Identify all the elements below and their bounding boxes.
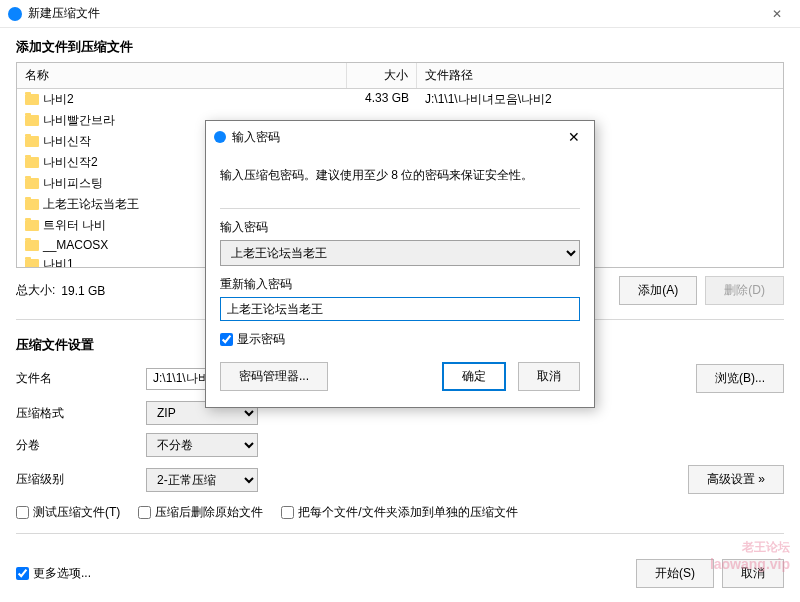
app-icon xyxy=(8,7,22,21)
titlebar: 新建压缩文件 ✕ xyxy=(0,0,800,28)
show-password-checkbox[interactable]: 显示密码 xyxy=(220,331,580,348)
password-manager-button[interactable]: 密码管理器... xyxy=(220,362,328,391)
password-confirm-label: 重新输入密码 xyxy=(220,276,580,293)
dialog-hint: 输入压缩包密码。建议使用至少 8 位的密码来保证安全性。 xyxy=(220,159,580,202)
folder-icon xyxy=(25,199,39,210)
file-name: 나비신작 xyxy=(43,133,91,150)
file-name: 나비빨간브라 xyxy=(43,112,115,129)
dialog-icon xyxy=(214,131,226,143)
file-name: 트위터 나비 xyxy=(43,217,106,234)
folder-icon xyxy=(25,240,39,251)
file-name: 나비1 xyxy=(43,256,74,268)
cancel-button[interactable]: 取消 xyxy=(722,559,784,588)
advanced-button[interactable]: 高级设置 » xyxy=(688,465,784,494)
filename-label: 文件名 xyxy=(16,370,136,387)
divider xyxy=(16,533,784,534)
dialog-cancel-button[interactable]: 取消 xyxy=(518,362,580,391)
file-name: 나비2 xyxy=(43,91,74,108)
total-size-value: 19.1 GB xyxy=(61,284,105,298)
format-label: 压缩格式 xyxy=(16,405,136,422)
password-dialog: 输入密码 ✕ 输入压缩包密码。建议使用至少 8 位的密码来保证安全性。 输入密码… xyxy=(205,120,595,408)
separate-archive-checkbox[interactable]: 把每个文件/文件夹添加到单独的压缩文件 xyxy=(281,504,517,521)
volume-label: 分卷 xyxy=(16,437,136,454)
file-name: 上老王论坛当老王 xyxy=(43,196,139,213)
add-files-heading: 添加文件到压缩文件 xyxy=(0,28,800,62)
folder-icon xyxy=(25,259,39,268)
password-confirm-input[interactable] xyxy=(220,297,580,321)
file-name: __MACOSX xyxy=(43,238,108,252)
file-name: 나비신작2 xyxy=(43,154,98,171)
folder-icon xyxy=(25,94,39,105)
add-button[interactable]: 添加(A) xyxy=(619,276,697,305)
table-row[interactable]: 나비24.33 GBJ:\1\1\나비녀모음\나비2 xyxy=(17,89,783,110)
file-path: J:\1\1\나비녀모음\나비2 xyxy=(417,89,783,110)
more-options-checkbox[interactable]: 更多选项... xyxy=(16,565,91,582)
test-archive-checkbox[interactable]: 测试压缩文件(T) xyxy=(16,504,120,521)
start-button[interactable]: 开始(S) xyxy=(636,559,714,588)
level-label: 压缩级别 xyxy=(16,471,136,488)
file-name: 나비피스팅 xyxy=(43,175,103,192)
folder-icon xyxy=(25,136,39,147)
delete-button[interactable]: 删除(D) xyxy=(705,276,784,305)
level-select[interactable]: 2-正常压缩 xyxy=(146,468,258,492)
dialog-close-button[interactable]: ✕ xyxy=(562,127,586,147)
ok-button[interactable]: 确定 xyxy=(442,362,506,391)
window-title: 新建压缩文件 xyxy=(28,5,100,22)
dialog-title: 输入密码 xyxy=(232,129,280,146)
table-header: 名称 大小 文件路径 xyxy=(17,63,783,89)
window-close-button[interactable]: ✕ xyxy=(762,3,792,25)
browse-button[interactable]: 浏览(B)... xyxy=(696,364,784,393)
password-label: 输入密码 xyxy=(220,219,580,236)
col-size-header[interactable]: 大小 xyxy=(347,63,417,88)
volume-select[interactable]: 不分卷 xyxy=(146,433,258,457)
col-path-header[interactable]: 文件路径 xyxy=(417,63,783,88)
password-input[interactable]: 上老王论坛当老王 xyxy=(220,240,580,266)
divider xyxy=(220,208,580,209)
footer: 更多选项... 开始(S) 取消 xyxy=(0,549,800,602)
folder-icon xyxy=(25,157,39,168)
total-size-label: 总大小: xyxy=(16,282,55,299)
delete-after-checkbox[interactable]: 压缩后删除原始文件 xyxy=(138,504,263,521)
folder-icon xyxy=(25,220,39,231)
file-size: 4.33 GB xyxy=(347,89,417,110)
col-name-header[interactable]: 名称 xyxy=(17,63,347,88)
folder-icon xyxy=(25,178,39,189)
folder-icon xyxy=(25,115,39,126)
